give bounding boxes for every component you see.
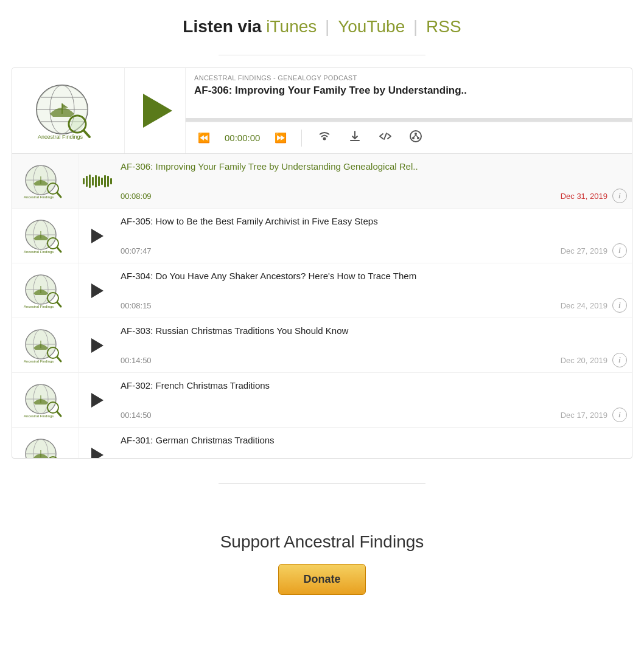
- episode-logo: Ancestral Findings: [12, 428, 79, 458]
- podcast-player: Ancestral Findings .com ANCESTRAL FINDIN…: [12, 68, 632, 459]
- episode-play-button[interactable]: [91, 283, 103, 298]
- episode-title[interactable]: AF-305: How to Be the Best Family Archiv…: [121, 215, 627, 227]
- episode-duration: 00:07:47: [121, 245, 152, 256]
- svg-text:Ancestral Findings: Ancestral Findings: [24, 195, 54, 199]
- subscribe-icon[interactable]: [312, 127, 337, 148]
- main-play-area[interactable]: [125, 68, 186, 153]
- itunes-link[interactable]: iTunes: [266, 17, 317, 36]
- svg-text:Ancestral Findings: Ancestral Findings: [24, 250, 54, 254]
- episode-logo: Ancestral Findings: [12, 373, 79, 427]
- episode-content: AF-306: Improving Your Family Tree by Un…: [116, 154, 632, 208]
- main-play-icon: [143, 94, 172, 128]
- episode-title[interactable]: AF-304: Do You Have Any Shaker Ancestors…: [121, 269, 627, 282]
- episode-item: Ancestral Findings AF-306: Improving You…: [12, 154, 632, 209]
- episode-title[interactable]: AF-303: Russian Christmas Traditions You…: [121, 324, 627, 337]
- donate-button[interactable]: Donate: [278, 564, 365, 595]
- episode-content: AF-303: Russian Christmas Traditions You…: [116, 318, 632, 372]
- episode-meta-row: 00:08:09Dec 31, 2019i: [121, 189, 627, 203]
- episode-play-button[interactable]: [91, 229, 103, 243]
- rss-link[interactable]: RSS: [426, 17, 461, 36]
- controls-divider: [301, 130, 302, 147]
- episode-play-button[interactable]: [91, 338, 103, 353]
- episode-play-icon: [91, 338, 103, 353]
- episode-play-col: [79, 209, 116, 263]
- episode-date: Dec 31, 2019: [561, 192, 607, 201]
- svg-line-9: [84, 131, 89, 137]
- episode-content: AF-304: Do You Have Any Shaker Ancestors…: [116, 263, 632, 318]
- player-controls: ⏪ 00:00:00 ⏩: [186, 122, 632, 153]
- separator-1: |: [325, 17, 329, 36]
- episode-meta-right: Dec 17, 2019i: [561, 408, 627, 422]
- episode-duration-value: 00:14:50: [121, 411, 152, 420]
- svg-text:Ancestral Findings: Ancestral Findings: [24, 414, 54, 418]
- episode-logo: Ancestral Findings: [12, 154, 79, 208]
- episode-date: Dec 27, 2019: [561, 246, 607, 255]
- support-title: Support Ancestral Findings: [0, 532, 644, 552]
- embed-icon[interactable]: [373, 127, 398, 148]
- youtube-link[interactable]: YouTube: [338, 17, 405, 36]
- episode-item: Ancestral Findings AF-301: German Christ…: [12, 428, 632, 458]
- share-icon[interactable]: [403, 127, 429, 148]
- svg-line-54: [57, 412, 61, 416]
- episode-info-button[interactable]: i: [612, 353, 627, 367]
- episode-meta-right: Dec 31, 2019i: [561, 189, 627, 203]
- player-title-bar: ANCESTRAL FINDINGS - GENEALOGY PODCAST A…: [186, 68, 632, 118]
- episode-duration: 00:08:15: [121, 300, 152, 311]
- episode-duration-value: 00:07:47: [121, 246, 152, 255]
- player-top: Ancestral Findings .com ANCESTRAL FINDIN…: [12, 68, 632, 154]
- episode-date: Dec 24, 2019: [561, 301, 607, 310]
- episode-content: AF-301: German Christmas Traditions: [116, 428, 632, 458]
- player-episode-title: AF-306: Improving Your Family Tree by Un…: [194, 84, 623, 97]
- rewind-button[interactable]: ⏪: [193, 130, 215, 146]
- episode-info-button[interactable]: i: [612, 298, 627, 313]
- svg-text:Ancestral Findings: Ancestral Findings: [24, 305, 54, 308]
- episode-meta-right: Dec 27, 2019i: [561, 243, 627, 258]
- episode-item: Ancestral Findings AF-302: French Christ…: [12, 373, 632, 428]
- episode-info-button[interactable]: i: [612, 408, 627, 422]
- forward-button[interactable]: ⏩: [270, 130, 292, 146]
- svg-point-16: [415, 133, 417, 135]
- svg-line-26: [57, 193, 61, 197]
- episode-duration-value: 00:08:09: [121, 192, 152, 201]
- episode-meta-right: Dec 20, 2019i: [561, 353, 627, 367]
- episode-meta-row: 00:14:50Dec 17, 2019i: [121, 408, 627, 422]
- episode-list: Ancestral Findings AF-306: Improving You…: [12, 154, 632, 458]
- episode-play-col: [79, 154, 116, 208]
- svg-line-20: [416, 135, 418, 137]
- episode-content: AF-302: French Christmas Traditions00:14…: [116, 373, 632, 427]
- episode-play-button[interactable]: [91, 448, 103, 459]
- support-section: Support Ancestral Findings Donate: [0, 502, 644, 619]
- episode-meta-right: Dec 24, 2019i: [561, 298, 627, 313]
- episode-duration: 00:14:50: [121, 409, 152, 420]
- main-play-button[interactable]: [138, 94, 172, 128]
- episode-play-col: [79, 263, 116, 318]
- episode-duration-value: 00:14:50: [121, 356, 152, 365]
- episode-play-icon: [91, 393, 103, 408]
- episode-item: Ancestral Findings AF-304: Do You Have A…: [12, 263, 632, 318]
- episode-title[interactable]: AF-302: French Christmas Traditions: [121, 379, 627, 392]
- episode-logo: Ancestral Findings: [12, 318, 79, 372]
- episode-play-button[interactable]: [91, 393, 103, 408]
- episode-title[interactable]: AF-301: German Christmas Traditions: [121, 434, 627, 446]
- svg-line-47: [57, 357, 61, 361]
- svg-text:Ancestral Findings: Ancestral Findings: [38, 134, 83, 140]
- episode-meta-row: 00:08:15Dec 24, 2019i: [121, 298, 627, 313]
- episode-play-icon: [91, 448, 103, 459]
- podcast-logo: Ancestral Findings .com: [12, 68, 125, 153]
- episode-meta-row: 00:14:50Dec 20, 2019i: [121, 353, 627, 367]
- player-widget: ANCESTRAL FINDINGS - GENEALOGY PODCAST A…: [186, 68, 632, 153]
- episode-play-col: [79, 373, 116, 427]
- download-icon[interactable]: [342, 127, 368, 148]
- waveform-icon: [83, 172, 112, 190]
- episode-title[interactable]: AF-306: Improving Your Family Tree by Un…: [121, 160, 627, 173]
- player-show-name: ANCESTRAL FINDINGS - GENEALOGY PODCAST: [194, 74, 623, 82]
- episode-meta-row: 00:07:47Dec 27, 2019i: [121, 243, 627, 258]
- bottom-divider: [219, 483, 425, 484]
- svg-line-14: [384, 133, 387, 139]
- podcast-logo-svg: Ancestral Findings .com: [29, 80, 108, 141]
- episode-logo: Ancestral Findings: [12, 263, 79, 318]
- episode-info-button[interactable]: i: [612, 189, 627, 203]
- listen-via-text: Listen via: [183, 17, 261, 36]
- episode-play-col: [79, 428, 116, 458]
- episode-info-button[interactable]: i: [612, 243, 627, 258]
